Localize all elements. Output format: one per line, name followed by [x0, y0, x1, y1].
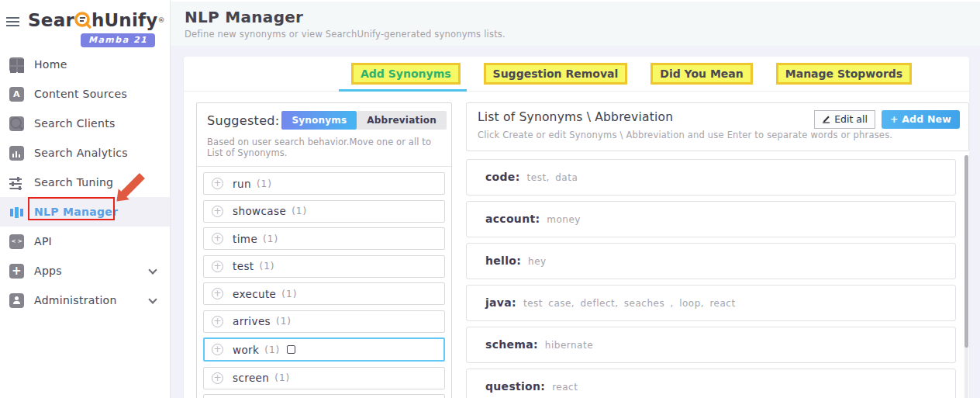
suggested-count: (1)	[264, 344, 280, 355]
sidebar-item[interactable]: Content Sources	[0, 79, 170, 109]
synonym-entry-row[interactable]: account: money	[466, 201, 956, 237]
registered-mark: ®	[157, 16, 164, 24]
synonym-key: hello:	[485, 254, 521, 267]
synonym-entry-row[interactable]: hello: hey	[466, 243, 956, 279]
synonym-values: money	[547, 214, 581, 225]
synonym-key: code:	[485, 171, 520, 183]
suggested-word: test	[233, 260, 254, 272]
sidebar-item-label: Administration	[34, 294, 117, 306]
tab-bar: Add Synonyms Suggestion Removal Did You …	[184, 57, 969, 92]
suggested-word: work	[233, 344, 259, 356]
search-clients-icon	[9, 116, 24, 131]
synonym-values: hey	[528, 256, 547, 267]
tab[interactable]: Suggestion Removal	[484, 63, 628, 85]
sidebar-item[interactable]: Home	[0, 50, 170, 79]
toggle-button[interactable]: Synonyms	[281, 111, 357, 130]
logo-text-post: hUnify	[91, 10, 158, 30]
panels-row: Suggested: Synonyms Abbreviation Based o…	[184, 92, 969, 398]
content-area: Add Synonyms Suggestion Removal Did You …	[171, 46, 980, 398]
sidebar-item[interactable]: Search Analytics	[0, 138, 170, 168]
home-icon	[9, 57, 24, 72]
tab-label: Did You Mean	[660, 67, 743, 80]
tab[interactable]: Did You Mean	[650, 63, 752, 85]
synonym-entry-row[interactable]: schema: hibernate	[466, 327, 956, 363]
add-plus-icon[interactable]: +	[212, 372, 223, 384]
logo-text-pre: Sear	[28, 10, 74, 30]
toggle-button[interactable]: Abbreviation	[357, 111, 447, 130]
synonyms-subtitle: Click Create or edit Synonyms \ Abbrevia…	[478, 130, 958, 140]
synonyms-actions: Edit all + Add New	[814, 110, 960, 129]
add-plus-icon[interactable]: +	[212, 206, 223, 217]
suggested-subtitle: Based on user search behavior.Move one o…	[207, 137, 441, 158]
sidebar-item-label: Search Analytics	[34, 147, 128, 159]
synonym-values: react	[552, 382, 578, 393]
synonym-entry-row[interactable]: java: test case, deflect, seaches , loop…	[466, 285, 956, 321]
sidebar-item-label: Content Sources	[34, 88, 127, 100]
synonyms-abbreviation-toggle: Synonyms Abbreviation	[281, 111, 446, 130]
suggested-title: Suggested:	[207, 113, 279, 128]
synonym-entry-row[interactable]: question: react	[466, 369, 956, 398]
hamburger-menu-icon[interactable]	[6, 17, 19, 26]
tab-label: Manage Stopwords	[785, 67, 902, 80]
suggested-count: (1)	[281, 289, 297, 299]
add-plus-icon[interactable]: +	[212, 233, 223, 244]
suggested-count: (1)	[274, 372, 290, 383]
sidebar-item-label: NLP Manager	[34, 206, 118, 218]
tab-label: Suggestion Removal	[493, 67, 619, 80]
synonym-values: test, data	[527, 172, 578, 183]
suggested-row[interactable]: + showcase (1)	[203, 200, 445, 223]
row-checkbox[interactable]	[287, 345, 295, 354]
administration-icon	[9, 293, 24, 308]
page-subtitle: Define new synonyms or view SearchUnify-…	[185, 29, 980, 40]
sidebar-item[interactable]: API	[0, 227, 170, 256]
tab[interactable]: Manage Stopwords	[776, 63, 912, 85]
tab-label: Add Synonyms	[361, 67, 451, 80]
suggested-word: showcase	[233, 205, 286, 217]
suggested-row[interactable]: + time (1)	[203, 227, 445, 250]
sidebar-item[interactable]: Search Tuning	[0, 168, 170, 197]
suggested-count: (1)	[260, 261, 275, 272]
add-plus-icon[interactable]: +	[212, 178, 223, 189]
synonym-key: schema:	[485, 338, 538, 351]
sidebar-item[interactable]: Administration	[0, 286, 170, 315]
sidebar-item-label: Home	[34, 58, 67, 71]
main-area: NLP Manager Define new synonyms or view …	[171, 0, 980, 398]
suggested-word: run	[233, 178, 251, 190]
search-analytics-icon	[9, 146, 24, 161]
add-plus-icon[interactable]: +	[212, 316, 223, 327]
add-new-button[interactable]: + Add New	[882, 110, 960, 129]
sidebar-item[interactable]: NLP Manager	[0, 197, 170, 227]
synonyms-panel: List of Synonyms \ Abbreviation Click Cr…	[466, 102, 969, 398]
add-plus-icon[interactable]: +	[212, 261, 223, 272]
sidebar-item-label: Search Clients	[34, 117, 116, 130]
magnifier-logo-icon	[74, 11, 92, 29]
sidebar: Sear hUnify® Mamba 21 Home Content Sourc…	[0, 0, 171, 398]
suggested-row[interactable]: + execute (1)	[203, 282, 445, 305]
suggested-row[interactable]: + screen (1)	[203, 367, 445, 389]
suggested-count: (1)	[257, 178, 272, 189]
pencil-icon	[822, 115, 830, 123]
app-logo: Sear hUnify®	[28, 9, 165, 31]
suggested-word: execute	[233, 288, 276, 300]
sidebar-item[interactable]: Search Clients	[0, 109, 170, 138]
suggested-count: (1)	[263, 234, 278, 244]
suggested-row[interactable]: + work (1)	[203, 337, 445, 362]
suggested-row[interactable]: + run (1)	[203, 172, 445, 195]
suggested-row[interactable]: + arrives (1)	[203, 310, 445, 333]
suggested-row[interactable]: + test (1)	[203, 255, 445, 278]
scrollbar-thumb[interactable]	[964, 155, 968, 348]
search-tuning-icon	[9, 175, 24, 190]
suggested-row[interactable]: + document (1)	[203, 394, 445, 398]
sidebar-item[interactable]: Apps	[0, 256, 170, 286]
sidebar-item-label: Search Tuning	[34, 176, 113, 189]
synonym-entry-row[interactable]: code: test, data	[466, 159, 956, 196]
edit-all-button[interactable]: Edit all	[814, 110, 875, 129]
add-plus-icon[interactable]: +	[212, 288, 223, 299]
page-header: NLP Manager Define new synonyms or view …	[171, 0, 980, 46]
add-plus-icon[interactable]: +	[212, 344, 223, 355]
tab[interactable]: Add Synonyms	[351, 63, 461, 85]
synonym-key: account:	[485, 213, 540, 225]
synonym-key: question:	[485, 380, 545, 393]
sidebar-header: Sear hUnify® Mamba 21	[0, 0, 170, 45]
scrollbar-track[interactable]	[964, 155, 968, 398]
